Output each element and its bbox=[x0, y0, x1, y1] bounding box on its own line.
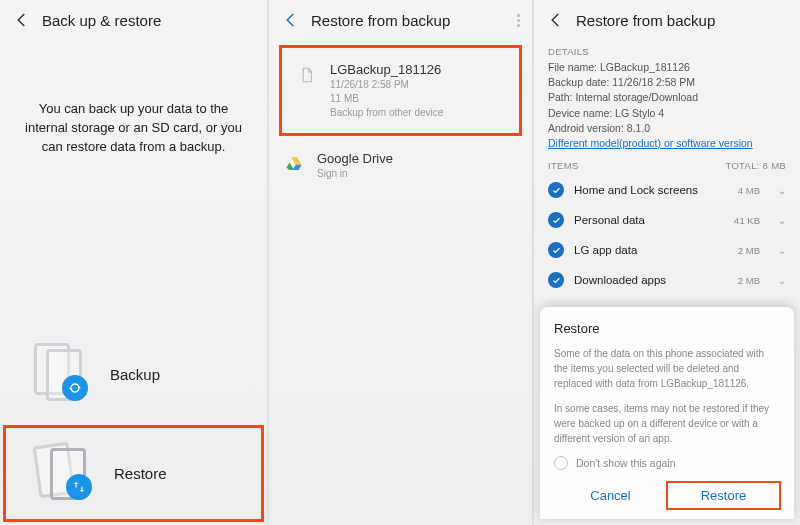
transfer-icon bbox=[66, 474, 92, 500]
restore-confirm-sheet: Restore Some of the data on this phone a… bbox=[540, 307, 794, 519]
chevron-down-icon[interactable]: ⌄ bbox=[778, 185, 786, 196]
gdrive-sub: Sign in bbox=[317, 167, 393, 180]
file-icon bbox=[296, 64, 318, 86]
item-row[interactable]: LG app data 2 MB ⌄ bbox=[534, 235, 800, 265]
sheet-warn1: Some of the data on this phone associate… bbox=[554, 346, 780, 391]
chevron-down-icon[interactable]: ⌄ bbox=[778, 275, 786, 286]
back-icon[interactable] bbox=[281, 10, 301, 30]
check-icon[interactable] bbox=[548, 182, 564, 198]
details-header: DETAILS bbox=[534, 40, 800, 60]
items-header: ITEMS bbox=[548, 160, 579, 171]
more-icon[interactable] bbox=[517, 14, 520, 27]
back-icon[interactable] bbox=[546, 10, 566, 30]
backup-date: 11/26/18 2:58 PM bbox=[330, 78, 443, 91]
restore-button[interactable]: Restore bbox=[667, 482, 780, 509]
path: Path: Internal storage/Download bbox=[534, 90, 800, 105]
chevron-down-icon[interactable]: ⌄ bbox=[778, 245, 786, 256]
page-title: Restore from backup bbox=[576, 12, 715, 29]
backup-note: Backup from other device bbox=[330, 106, 443, 119]
item-row[interactable]: Home and Lock screens 4 MB ⌄ bbox=[534, 175, 800, 205]
sheet-title: Restore bbox=[554, 321, 780, 336]
restore-option[interactable]: Restore bbox=[4, 426, 263, 521]
page-title: Restore from backup bbox=[311, 12, 450, 29]
check-icon[interactable] bbox=[548, 212, 564, 228]
chevron-down-icon[interactable]: ⌄ bbox=[778, 215, 786, 226]
page-title: Back up & restore bbox=[42, 12, 161, 29]
google-drive-item[interactable]: Google Drive Sign in bbox=[269, 141, 532, 190]
radio-icon[interactable] bbox=[554, 456, 568, 470]
backup-option[interactable]: Backup bbox=[0, 327, 267, 422]
file-name: File name: LGBackup_181126 bbox=[534, 60, 800, 75]
backup-name: LGBackup_181126 bbox=[330, 62, 443, 77]
backup-date: Backup date: 11/26/18 2:58 PM bbox=[534, 75, 800, 90]
gdrive-icon bbox=[283, 153, 305, 175]
diff-model-link[interactable]: Different model(product) or software ver… bbox=[548, 137, 753, 149]
device-name: Device name: LG Stylo 4 bbox=[534, 106, 800, 121]
cancel-button[interactable]: Cancel bbox=[554, 482, 667, 509]
item-row[interactable]: Personal data 41 KB ⌄ bbox=[534, 205, 800, 235]
android-version: Android version: 8.1.0 bbox=[534, 121, 800, 136]
intro-text: You can back up your data to the interna… bbox=[0, 40, 267, 157]
sync-icon bbox=[62, 375, 88, 401]
total-size: TOTAL: 8 MB bbox=[726, 160, 787, 171]
back-icon[interactable] bbox=[12, 10, 32, 30]
backup-label: Backup bbox=[110, 366, 160, 383]
restore-label: Restore bbox=[114, 465, 167, 482]
gdrive-name: Google Drive bbox=[317, 151, 393, 166]
check-icon[interactable] bbox=[548, 272, 564, 288]
backup-file-item[interactable]: LGBackup_181126 11/26/18 2:58 PM 11 MB B… bbox=[279, 45, 522, 136]
sheet-warn2: In some cases, items may not be restored… bbox=[554, 401, 780, 446]
item-row[interactable]: Downloaded apps 2 MB ⌄ bbox=[534, 265, 800, 295]
dont-show-checkbox[interactable]: Don't show this again bbox=[554, 456, 780, 470]
check-icon[interactable] bbox=[548, 242, 564, 258]
backup-size: 11 MB bbox=[330, 92, 443, 105]
